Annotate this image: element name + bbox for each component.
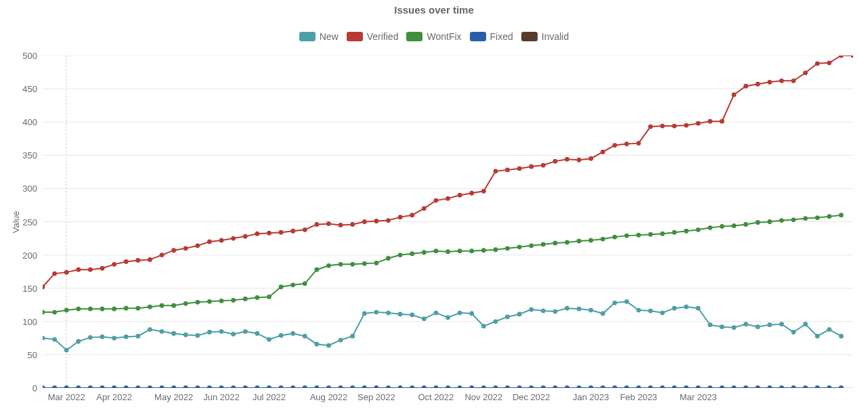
data-point[interactable] <box>410 213 414 217</box>
data-point[interactable] <box>88 386 93 388</box>
data-point[interactable] <box>124 334 129 339</box>
data-point[interactable] <box>290 331 295 336</box>
data-point[interactable] <box>362 261 367 266</box>
data-point[interactable] <box>756 220 760 225</box>
data-point[interactable] <box>779 322 784 326</box>
data-point[interactable] <box>469 191 474 196</box>
data-point[interactable] <box>494 386 498 388</box>
data-point[interactable] <box>469 386 474 388</box>
data-point[interactable] <box>529 243 534 248</box>
data-point[interactable] <box>88 307 93 311</box>
data-point[interactable] <box>648 232 653 237</box>
data-point[interactable] <box>708 225 712 230</box>
data-point[interactable] <box>76 339 81 344</box>
data-point[interactable] <box>839 386 844 388</box>
data-point[interactable] <box>517 312 522 317</box>
data-point[interactable] <box>577 158 582 163</box>
data-point[interactable] <box>601 150 605 154</box>
data-point[interactable] <box>767 80 772 85</box>
data-point[interactable] <box>290 229 295 234</box>
data-point[interactable] <box>553 309 558 314</box>
data-point[interactable] <box>171 248 176 253</box>
data-point[interactable] <box>183 301 188 306</box>
data-point[interactable] <box>339 386 343 388</box>
data-point[interactable] <box>64 386 69 388</box>
data-point[interactable] <box>231 386 236 388</box>
data-point[interactable] <box>660 124 665 129</box>
data-point[interactable] <box>171 303 176 308</box>
data-point[interactable] <box>756 324 760 329</box>
data-point[interactable] <box>803 70 808 75</box>
data-point[interactable] <box>505 315 510 320</box>
data-point[interactable] <box>505 386 510 388</box>
data-point[interactable] <box>624 299 629 304</box>
data-point[interactable] <box>481 324 486 328</box>
data-point[interactable] <box>458 386 462 388</box>
data-point[interactable] <box>446 386 450 388</box>
data-point[interactable] <box>601 386 605 388</box>
data-point[interactable] <box>160 329 165 334</box>
data-point[interactable] <box>314 222 319 227</box>
data-point[interactable] <box>160 303 165 308</box>
data-point[interactable] <box>267 337 272 342</box>
data-point[interactable] <box>624 234 629 238</box>
data-point[interactable] <box>791 79 796 83</box>
data-point[interactable] <box>386 256 391 261</box>
data-point[interactable] <box>577 386 582 388</box>
data-point[interactable] <box>743 222 748 227</box>
data-point[interactable] <box>827 60 831 65</box>
data-point[interactable] <box>743 322 748 326</box>
data-point[interactable] <box>577 239 582 244</box>
data-point[interactable] <box>565 306 569 311</box>
data-point[interactable] <box>767 219 772 224</box>
data-point[interactable] <box>458 311 462 316</box>
data-point[interactable] <box>613 301 617 305</box>
data-point[interactable] <box>648 309 653 313</box>
data-point[interactable] <box>207 240 212 244</box>
data-point[interactable] <box>494 319 498 324</box>
data-point[interactable] <box>803 386 808 388</box>
data-point[interactable] <box>803 322 808 326</box>
data-point[interactable] <box>112 336 116 341</box>
data-point[interactable] <box>815 215 820 220</box>
data-point[interactable] <box>827 214 831 219</box>
legend-item-verified[interactable]: Verified <box>347 31 399 42</box>
data-point[interactable] <box>243 234 248 239</box>
data-point[interactable] <box>255 295 259 300</box>
data-point[interactable] <box>696 306 701 311</box>
data-point[interactable] <box>446 196 450 201</box>
data-point[interactable] <box>696 386 701 388</box>
data-point[interactable] <box>195 300 200 305</box>
data-point[interactable] <box>541 242 546 246</box>
data-point[interactable] <box>613 235 617 240</box>
data-point[interactable] <box>720 119 724 124</box>
data-point[interactable] <box>422 386 427 388</box>
data-point[interactable] <box>636 308 641 313</box>
data-point[interactable] <box>410 313 414 318</box>
data-point[interactable] <box>613 143 617 148</box>
data-point[interactable] <box>648 386 653 388</box>
data-point[interactable] <box>815 334 820 339</box>
data-point[interactable] <box>458 248 462 253</box>
data-point[interactable] <box>660 386 665 388</box>
data-point[interactable] <box>314 386 319 388</box>
data-point[interactable] <box>529 386 534 388</box>
data-point[interactable] <box>374 310 378 315</box>
data-point[interactable] <box>433 386 438 388</box>
data-point[interactable] <box>839 334 844 339</box>
data-point[interactable] <box>303 386 307 388</box>
data-point[interactable] <box>410 386 414 388</box>
data-point[interactable] <box>279 386 284 388</box>
data-point[interactable] <box>446 249 450 254</box>
data-point[interactable] <box>124 386 129 388</box>
data-point[interactable] <box>767 322 772 327</box>
data-point[interactable] <box>171 331 176 336</box>
data-point[interactable] <box>588 156 593 161</box>
data-point[interactable] <box>362 311 367 316</box>
data-point[interactable] <box>43 310 45 315</box>
data-point[interactable] <box>43 386 45 388</box>
data-point[interactable] <box>314 342 319 347</box>
data-point[interactable] <box>494 169 498 173</box>
data-point[interactable] <box>529 165 534 169</box>
data-point[interactable] <box>100 307 105 311</box>
